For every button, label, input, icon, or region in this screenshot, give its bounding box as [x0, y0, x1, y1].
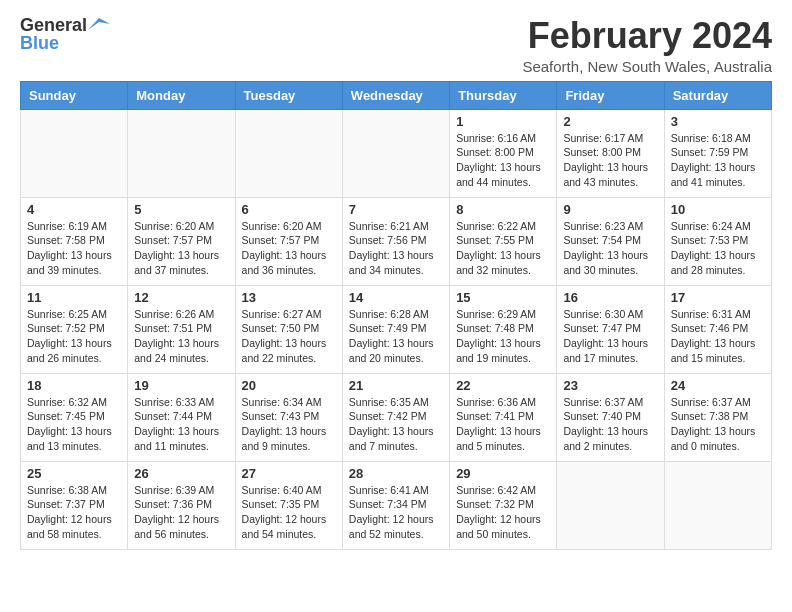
day-cell: 4Sunrise: 6:19 AMSunset: 7:58 PMDaylight… — [21, 197, 128, 285]
day-cell: 27Sunrise: 6:40 AMSunset: 7:35 PMDayligh… — [235, 461, 342, 549]
day-number: 10 — [671, 202, 765, 217]
day-cell: 3Sunrise: 6:18 AMSunset: 7:59 PMDaylight… — [664, 109, 771, 197]
day-cell: 23Sunrise: 6:37 AMSunset: 7:40 PMDayligh… — [557, 373, 664, 461]
title-block: February 2024 Seaforth, New South Wales,… — [522, 16, 772, 75]
day-info: Sunrise: 6:36 AMSunset: 7:41 PMDaylight:… — [456, 395, 550, 454]
day-number: 28 — [349, 466, 443, 481]
day-info: Sunrise: 6:29 AMSunset: 7:48 PMDaylight:… — [456, 307, 550, 366]
header: General Blue February 2024 Seaforth, New… — [20, 16, 772, 75]
day-number: 20 — [242, 378, 336, 393]
day-cell — [235, 109, 342, 197]
day-cell: 6Sunrise: 6:20 AMSunset: 7:57 PMDaylight… — [235, 197, 342, 285]
col-header-sunday: Sunday — [21, 81, 128, 109]
day-info: Sunrise: 6:35 AMSunset: 7:42 PMDaylight:… — [349, 395, 443, 454]
day-cell: 29Sunrise: 6:42 AMSunset: 7:32 PMDayligh… — [450, 461, 557, 549]
day-number: 15 — [456, 290, 550, 305]
day-cell: 18Sunrise: 6:32 AMSunset: 7:45 PMDayligh… — [21, 373, 128, 461]
logo-blue: Blue — [20, 33, 59, 53]
day-number: 17 — [671, 290, 765, 305]
day-info: Sunrise: 6:33 AMSunset: 7:44 PMDaylight:… — [134, 395, 228, 454]
day-number: 5 — [134, 202, 228, 217]
day-info: Sunrise: 6:41 AMSunset: 7:34 PMDaylight:… — [349, 483, 443, 542]
day-info: Sunrise: 6:24 AMSunset: 7:53 PMDaylight:… — [671, 219, 765, 278]
calendar-subtitle: Seaforth, New South Wales, Australia — [522, 58, 772, 75]
day-number: 21 — [349, 378, 443, 393]
day-cell — [664, 461, 771, 549]
day-cell: 25Sunrise: 6:38 AMSunset: 7:37 PMDayligh… — [21, 461, 128, 549]
day-number: 22 — [456, 378, 550, 393]
day-cell: 11Sunrise: 6:25 AMSunset: 7:52 PMDayligh… — [21, 285, 128, 373]
logo: General Blue — [20, 16, 111, 53]
day-number: 27 — [242, 466, 336, 481]
day-cell: 16Sunrise: 6:30 AMSunset: 7:47 PMDayligh… — [557, 285, 664, 373]
day-cell: 1Sunrise: 6:16 AMSunset: 8:00 PMDaylight… — [450, 109, 557, 197]
day-info: Sunrise: 6:37 AMSunset: 7:38 PMDaylight:… — [671, 395, 765, 454]
day-info: Sunrise: 6:23 AMSunset: 7:54 PMDaylight:… — [563, 219, 657, 278]
col-header-thursday: Thursday — [450, 81, 557, 109]
day-info: Sunrise: 6:34 AMSunset: 7:43 PMDaylight:… — [242, 395, 336, 454]
day-info: Sunrise: 6:38 AMSunset: 7:37 PMDaylight:… — [27, 483, 121, 542]
day-number: 18 — [27, 378, 121, 393]
day-cell — [557, 461, 664, 549]
day-number: 19 — [134, 378, 228, 393]
day-info: Sunrise: 6:31 AMSunset: 7:46 PMDaylight:… — [671, 307, 765, 366]
day-number: 7 — [349, 202, 443, 217]
header-row: SundayMondayTuesdayWednesdayThursdayFrid… — [21, 81, 772, 109]
day-number: 14 — [349, 290, 443, 305]
day-info: Sunrise: 6:39 AMSunset: 7:36 PMDaylight:… — [134, 483, 228, 542]
calendar-table: SundayMondayTuesdayWednesdayThursdayFrid… — [20, 81, 772, 550]
day-cell: 17Sunrise: 6:31 AMSunset: 7:46 PMDayligh… — [664, 285, 771, 373]
day-info: Sunrise: 6:30 AMSunset: 7:47 PMDaylight:… — [563, 307, 657, 366]
day-number: 12 — [134, 290, 228, 305]
day-info: Sunrise: 6:28 AMSunset: 7:49 PMDaylight:… — [349, 307, 443, 366]
day-cell: 2Sunrise: 6:17 AMSunset: 8:00 PMDaylight… — [557, 109, 664, 197]
day-cell: 15Sunrise: 6:29 AMSunset: 7:48 PMDayligh… — [450, 285, 557, 373]
day-number: 25 — [27, 466, 121, 481]
day-cell: 13Sunrise: 6:27 AMSunset: 7:50 PMDayligh… — [235, 285, 342, 373]
day-cell — [21, 109, 128, 197]
day-number: 9 — [563, 202, 657, 217]
day-info: Sunrise: 6:17 AMSunset: 8:00 PMDaylight:… — [563, 131, 657, 190]
day-cell: 5Sunrise: 6:20 AMSunset: 7:57 PMDaylight… — [128, 197, 235, 285]
day-info: Sunrise: 6:20 AMSunset: 7:57 PMDaylight:… — [242, 219, 336, 278]
day-number: 13 — [242, 290, 336, 305]
day-cell: 28Sunrise: 6:41 AMSunset: 7:34 PMDayligh… — [342, 461, 449, 549]
day-cell: 8Sunrise: 6:22 AMSunset: 7:55 PMDaylight… — [450, 197, 557, 285]
day-cell: 9Sunrise: 6:23 AMSunset: 7:54 PMDaylight… — [557, 197, 664, 285]
day-cell: 26Sunrise: 6:39 AMSunset: 7:36 PMDayligh… — [128, 461, 235, 549]
day-info: Sunrise: 6:37 AMSunset: 7:40 PMDaylight:… — [563, 395, 657, 454]
day-cell: 19Sunrise: 6:33 AMSunset: 7:44 PMDayligh… — [128, 373, 235, 461]
day-number: 4 — [27, 202, 121, 217]
day-info: Sunrise: 6:20 AMSunset: 7:57 PMDaylight:… — [134, 219, 228, 278]
day-cell: 22Sunrise: 6:36 AMSunset: 7:41 PMDayligh… — [450, 373, 557, 461]
week-row-1: 1Sunrise: 6:16 AMSunset: 8:00 PMDaylight… — [21, 109, 772, 197]
day-number: 16 — [563, 290, 657, 305]
day-number: 1 — [456, 114, 550, 129]
day-cell: 20Sunrise: 6:34 AMSunset: 7:43 PMDayligh… — [235, 373, 342, 461]
day-cell: 12Sunrise: 6:26 AMSunset: 7:51 PMDayligh… — [128, 285, 235, 373]
day-cell — [128, 109, 235, 197]
day-number: 8 — [456, 202, 550, 217]
day-cell: 14Sunrise: 6:28 AMSunset: 7:49 PMDayligh… — [342, 285, 449, 373]
day-number: 24 — [671, 378, 765, 393]
svg-marker-0 — [88, 18, 110, 30]
col-header-tuesday: Tuesday — [235, 81, 342, 109]
col-header-wednesday: Wednesday — [342, 81, 449, 109]
logo-bird-icon — [88, 16, 110, 34]
day-cell: 24Sunrise: 6:37 AMSunset: 7:38 PMDayligh… — [664, 373, 771, 461]
day-info: Sunrise: 6:16 AMSunset: 8:00 PMDaylight:… — [456, 131, 550, 190]
week-row-4: 18Sunrise: 6:32 AMSunset: 7:45 PMDayligh… — [21, 373, 772, 461]
day-info: Sunrise: 6:42 AMSunset: 7:32 PMDaylight:… — [456, 483, 550, 542]
day-number: 23 — [563, 378, 657, 393]
logo-general: General — [20, 16, 87, 34]
day-info: Sunrise: 6:32 AMSunset: 7:45 PMDaylight:… — [27, 395, 121, 454]
day-info: Sunrise: 6:22 AMSunset: 7:55 PMDaylight:… — [456, 219, 550, 278]
day-number: 2 — [563, 114, 657, 129]
day-info: Sunrise: 6:25 AMSunset: 7:52 PMDaylight:… — [27, 307, 121, 366]
day-number: 6 — [242, 202, 336, 217]
day-cell: 7Sunrise: 6:21 AMSunset: 7:56 PMDaylight… — [342, 197, 449, 285]
col-header-monday: Monday — [128, 81, 235, 109]
day-number: 26 — [134, 466, 228, 481]
day-info: Sunrise: 6:18 AMSunset: 7:59 PMDaylight:… — [671, 131, 765, 190]
calendar-title: February 2024 — [522, 16, 772, 56]
